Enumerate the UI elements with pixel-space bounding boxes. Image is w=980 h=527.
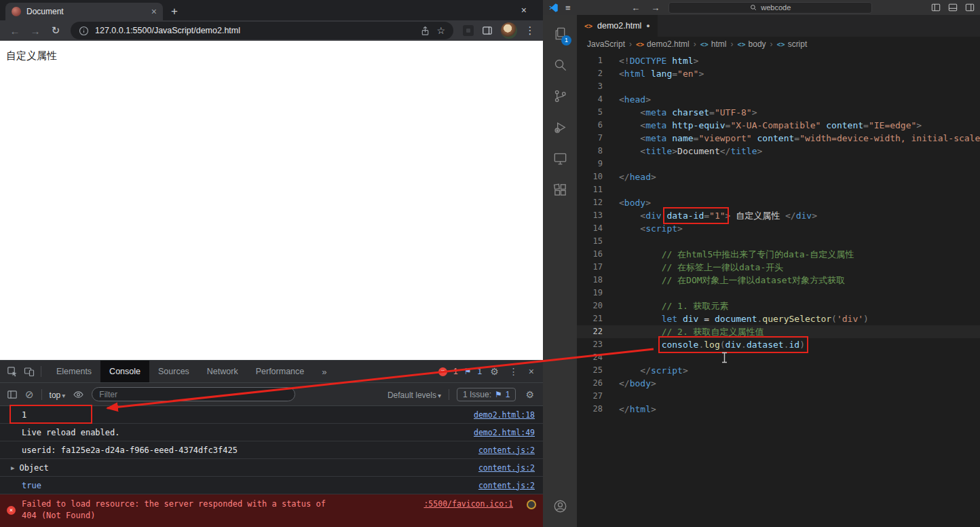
code-line-2[interactable]: 2<html lang="en">: [577, 67, 980, 80]
new-tab-button[interactable]: +: [171, 5, 178, 17]
breadcrumb-JavaScript[interactable]: JavaScript: [587, 39, 625, 49]
issues-chip[interactable]: 1 Issue: ⚑ 1: [457, 388, 516, 401]
toggle-sidebar-icon[interactable]: [931, 3, 941, 12]
context-selector[interactable]: top: [50, 390, 61, 400]
editor-tab-demo2[interactable]: <> demo2.html ●: [577, 15, 658, 37]
console-source-link[interactable]: content.js:2: [478, 463, 535, 473]
chevron-down-icon: ▾: [62, 392, 65, 399]
extension-icon[interactable]: [463, 25, 474, 36]
devtools-tab-performance[interactable]: Performance: [247, 361, 314, 382]
more-tabs-icon[interactable]: »: [319, 367, 329, 377]
code-line-23[interactable]: 23 console.log(div.dataset.id): [577, 338, 980, 351]
code-line-26[interactable]: 26</body>: [577, 377, 980, 390]
command-center-search[interactable]: webcode: [668, 2, 872, 14]
side-panel-icon[interactable]: [482, 25, 493, 36]
live-expression-eye-icon[interactable]: [73, 389, 84, 400]
code-line-3[interactable]: 3: [577, 80, 980, 93]
devtools-settings-icon[interactable]: ⚙: [488, 366, 501, 377]
devtools-tab-elements[interactable]: Elements: [48, 361, 100, 382]
line-number: 2: [577, 67, 619, 80]
code-line-18[interactable]: 18 // 在DOM对象上一律以dataset对象方式获取: [577, 274, 980, 287]
toggle-panel-icon[interactable]: [948, 3, 958, 12]
code-line-4[interactable]: 4<head>: [577, 93, 980, 106]
code-line-17[interactable]: 17 // 在标签上一律以data-开头: [577, 261, 980, 274]
devtools-tab-sources[interactable]: Sources: [149, 361, 198, 382]
console-settings-icon[interactable]: ⚙: [523, 389, 536, 400]
devtools-menu-icon[interactable]: ⋮: [507, 366, 521, 377]
inspect-element-icon[interactable]: [7, 366, 18, 377]
console-message-text: true: [22, 481, 41, 490]
code-editor[interactable]: 1<!DOCTYPE html>2<html lang="en">34<head…: [577, 52, 980, 527]
html-file-icon: <>: [584, 22, 592, 30]
bookmark-star-icon[interactable]: ☆: [436, 25, 445, 36]
devtools-tab-network[interactable]: Network: [198, 361, 247, 382]
console-sidebar-icon[interactable]: [7, 389, 18, 400]
page-content: 自定义属性: [0, 41, 543, 360]
back-button[interactable]: ←: [5, 25, 24, 37]
device-toolbar-icon[interactable]: [24, 366, 35, 377]
account-icon[interactable]: [544, 490, 576, 522]
search-icon[interactable]: [544, 49, 576, 80]
run-debug-icon[interactable]: [544, 111, 576, 143]
browser-tab[interactable]: Document ×: [5, 3, 163, 20]
go-forward-icon[interactable]: →: [649, 3, 662, 13]
code-line-19[interactable]: 19: [577, 287, 980, 299]
forward-button[interactable]: →: [26, 25, 45, 37]
log-levels-selector[interactable]: Default levels: [388, 390, 436, 400]
code-line-14[interactable]: 14 <script>: [577, 222, 980, 235]
console-source-link[interactable]: content.js:2: [478, 446, 535, 455]
code-line-24[interactable]: 24: [577, 351, 980, 364]
console-filter-input[interactable]: [92, 387, 295, 401]
code-line-27[interactable]: 27: [577, 390, 980, 403]
remote-explorer-icon[interactable]: [544, 143, 576, 174]
code-line-11[interactable]: 11: [577, 183, 980, 196]
console-source-link[interactable]: demo2.html:18: [474, 410, 535, 420]
code-line-5[interactable]: 5 <meta charset="UTF-8">: [577, 106, 980, 119]
console-source-link[interactable]: :5500/favicon.ico:1: [423, 499, 513, 509]
code-line-10[interactable]: 10</head>: [577, 170, 980, 183]
expand-triangle-icon[interactable]: ▶: [11, 465, 14, 471]
code-line-22[interactable]: 22 // 2. 获取自定义属性值: [577, 325, 980, 338]
console-source-link[interactable]: content.js:2: [478, 481, 535, 490]
code-line-21[interactable]: 21 let div = document.querySelector('div…: [577, 312, 980, 325]
code-line-16[interactable]: 16 // 在html5中推出来了专门的data-自定义属性: [577, 248, 980, 261]
code-line-8[interactable]: 8 <title>Document</title>: [577, 145, 980, 158]
modified-dot-icon[interactable]: ●: [646, 22, 649, 29]
issues-flag-icon[interactable]: ⚑: [464, 367, 472, 376]
code-line-7[interactable]: 7 <meta name="viewport" content="width=d…: [577, 132, 980, 145]
code-line-15[interactable]: 15: [577, 235, 980, 248]
extensions-icon[interactable]: [544, 174, 576, 205]
go-back-icon[interactable]: ←: [629, 3, 642, 13]
code-line-1[interactable]: 1<!DOCTYPE html>: [577, 54, 980, 67]
breadcrumb-script[interactable]: <>script: [777, 39, 808, 49]
code-line-28[interactable]: 28</html>: [577, 403, 980, 416]
code-line-6[interactable]: 6 <meta http-equiv="X-UA-Compatible" con…: [577, 119, 980, 132]
source-control-icon[interactable]: [544, 80, 576, 111]
devtools-tab-console[interactable]: Console: [100, 361, 149, 382]
layout-controls: [931, 3, 975, 12]
window-close-button[interactable]: ×: [521, 5, 527, 16]
menu-icon[interactable]: ≡: [565, 3, 571, 13]
line-number: 17: [577, 261, 619, 274]
browser-menu-icon[interactable]: ⋮: [523, 24, 538, 37]
profile-avatar[interactable]: [501, 22, 517, 39]
code-line-25[interactable]: 25 </script>: [577, 364, 980, 377]
tab-close-icon[interactable]: ×: [151, 7, 157, 16]
breadcrumb-demo2-html[interactable]: <>demo2.html: [636, 39, 690, 49]
address-bar[interactable]: 127.0.0.1:5500/JavaScript/demo2.html ☆: [71, 22, 453, 39]
line-number: 19: [577, 287, 619, 299]
code-line-20[interactable]: 20 // 1. 获取元素: [577, 299, 980, 312]
devtools-close-icon[interactable]: ×: [527, 366, 536, 377]
code-line-9[interactable]: 9: [577, 158, 980, 170]
breadcrumb-html[interactable]: <>html: [700, 39, 727, 49]
customize-layout-icon[interactable]: [965, 3, 975, 12]
breadcrumb-body[interactable]: <>body: [738, 39, 766, 49]
share-icon[interactable]: [420, 26, 430, 36]
code-line-12[interactable]: 12<body>: [577, 196, 980, 209]
refresh-button[interactable]: ↻: [46, 24, 65, 37]
page-info-icon[interactable]: [79, 26, 89, 36]
code-line-13[interactable]: 13 <div data-id="1"> 自定义属性 </div>: [577, 209, 980, 222]
clear-console-icon[interactable]: ⊘: [25, 388, 34, 401]
explorer-icon[interactable]: 1: [544, 18, 576, 49]
console-source-link[interactable]: demo2.html:49: [474, 428, 535, 437]
